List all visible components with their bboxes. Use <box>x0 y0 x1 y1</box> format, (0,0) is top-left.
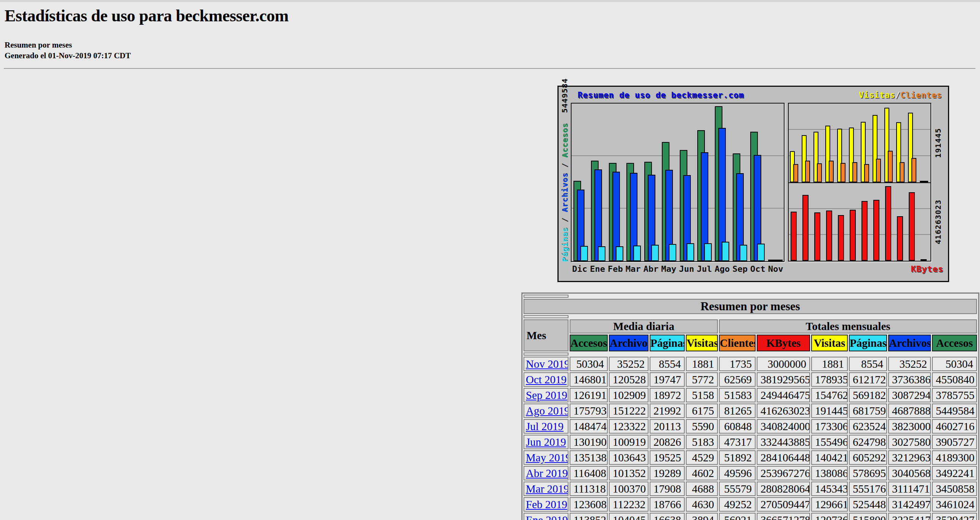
month-link-jun-2019[interactable]: Jun 2019 <box>526 436 566 448</box>
value-cell: 120736 <box>811 513 848 520</box>
value-cell: 3823000 <box>888 419 931 434</box>
column-header-month: Mes <box>524 319 568 351</box>
value-cell: 100919 <box>609 435 649 449</box>
month-link-may-2019[interactable]: May 2019 <box>526 451 568 464</box>
month-link-oct-2019[interactable]: Oct 2019 <box>526 373 567 386</box>
value-cell: 50304 <box>570 357 608 371</box>
month-label-abr: Abr <box>642 264 660 274</box>
bar-kbytes-jul <box>873 200 879 261</box>
value-cell: 4189300 <box>932 450 977 465</box>
table-row-mar-2019: Mar 201911131810037017908468855579280828… <box>524 482 977 496</box>
month-link-feb-2019[interactable]: Feb 2019 <box>526 498 567 510</box>
month-label-mar: Mar <box>624 264 642 274</box>
value-cell: 129661 <box>811 497 848 512</box>
month-cell: Oct 2019 <box>524 372 568 387</box>
month-link-mar-2019[interactable]: Mar 2019 <box>526 483 568 495</box>
value-cell: 623524 <box>849 419 887 434</box>
value-cell: 21992 <box>650 404 685 418</box>
table-row-may-2019: May 201913513810364319525452951892284106… <box>524 450 977 465</box>
bar-archivos-ago <box>718 128 726 261</box>
value-cell: 3450858 <box>932 482 977 496</box>
month-link-jul-2019[interactable]: Jul 2019 <box>526 420 564 432</box>
column-header-archivos: Archivos <box>888 335 931 351</box>
column-header-visitas: Visitas <box>686 335 718 351</box>
page-header: Estadísticas de uso para beckmesser.com … <box>5 0 975 61</box>
value-cell: 20826 <box>650 435 685 449</box>
month-cell: Ago 2019 <box>524 404 568 418</box>
month-link-ago-2019[interactable]: Ago 2019 <box>526 405 568 417</box>
legend-visits-label: Visitas <box>859 91 895 100</box>
month-label-feb: Feb <box>607 264 625 274</box>
value-cell: 130190 <box>570 435 608 449</box>
bar-kbytes-ene <box>802 195 809 261</box>
value-cell: 569182 <box>849 388 887 402</box>
month-cell: Nov 2019 <box>524 357 568 371</box>
value-cell: 249446475 <box>757 388 810 402</box>
graph-legend: Visitas/Clientes <box>859 91 942 100</box>
value-cell: 5449584 <box>932 404 977 418</box>
bar-clientes-sep <box>900 162 905 182</box>
value-cell: 8554 <box>849 357 887 371</box>
month-label-may: May <box>660 264 678 274</box>
value-cell: 605292 <box>849 450 887 465</box>
month-label-nov: Nov <box>767 264 785 274</box>
value-cell: 3905727 <box>932 435 977 449</box>
horizontal-rule <box>4 68 975 69</box>
value-cell: 4602 <box>686 466 718 480</box>
month-label-sep: Sep <box>731 264 749 274</box>
month-cell: Jun 2019 <box>524 435 568 449</box>
value-cell: 111318 <box>570 482 608 496</box>
bar-kbytes-feb <box>814 212 820 261</box>
value-cell: 100370 <box>609 482 649 496</box>
axis-hits-label: Accesos <box>560 123 569 158</box>
value-cell: 20113 <box>650 419 685 434</box>
table-row-abr-2019: Abr 201911640810135219289460249596253967… <box>524 466 977 480</box>
bar-páginas-jun <box>687 243 694 261</box>
month-axis-labels: DicEneFebMarAbrMayJunJulAgoSepOctNov <box>571 264 785 274</box>
value-cell: 340824000 <box>757 419 810 434</box>
table-row-jul-2019: Jul 201914847412332220113559060848340824… <box>524 419 977 434</box>
value-cell: 612172 <box>849 372 887 387</box>
bar-kbytes-mar <box>826 211 832 261</box>
value-cell: 332443885 <box>757 435 810 449</box>
value-cell: 1881 <box>811 357 848 371</box>
value-cell: 5590 <box>686 419 718 434</box>
legend-slash: / <box>895 91 900 100</box>
bar-páginas-mar <box>633 246 641 261</box>
month-cell: Jul 2019 <box>524 419 568 434</box>
bar-páginas-dic <box>580 246 588 261</box>
bar-páginas-may <box>669 244 676 261</box>
hits-files-pages-plot <box>571 103 785 262</box>
month-cell: Sep 2019 <box>524 388 568 402</box>
value-cell: 102909 <box>609 388 649 402</box>
value-cell: 3492241 <box>932 466 977 480</box>
month-label-oct: Oct <box>749 264 767 274</box>
value-cell: 253967276 <box>757 466 810 480</box>
month-link-abr-2019[interactable]: Abr 2019 <box>526 467 568 479</box>
column-header-clientes: Clientes <box>719 335 756 351</box>
value-cell: 525448 <box>849 497 887 512</box>
value-cell: 4687888 <box>888 404 931 418</box>
value-cell: 3785755 <box>932 388 977 402</box>
value-cell: 4529 <box>686 450 718 465</box>
month-label-jul: Jul <box>695 264 713 274</box>
month-link-nov-2019[interactable]: Nov 2019 <box>526 358 568 370</box>
value-cell: 191445 <box>811 404 848 418</box>
legend-sites-label: Clientes <box>900 91 942 100</box>
spacer-cell <box>524 315 568 318</box>
value-cell: 116408 <box>570 466 608 480</box>
column-header-páginas: Páginas <box>650 335 685 351</box>
value-cell: 366571278 <box>757 513 810 520</box>
bar-páginas-jul <box>704 243 712 261</box>
axis-files-label: Archivos <box>560 172 569 212</box>
bar-clientes-ene <box>805 161 810 182</box>
value-cell: 178935 <box>811 372 848 387</box>
table-row-feb-2019: Feb 201912360811223218766463049252270509… <box>524 497 977 512</box>
month-link-sep-2019[interactable]: Sep 2019 <box>526 389 567 401</box>
month-link-ene-2019[interactable]: Ene 2019 <box>526 514 568 520</box>
value-cell: 5158 <box>686 388 718 402</box>
kbytes-plot <box>788 182 931 262</box>
value-cell: 18972 <box>650 388 685 402</box>
bar-kbytes-dic <box>791 212 797 261</box>
bar-clientes-ago <box>888 151 893 182</box>
